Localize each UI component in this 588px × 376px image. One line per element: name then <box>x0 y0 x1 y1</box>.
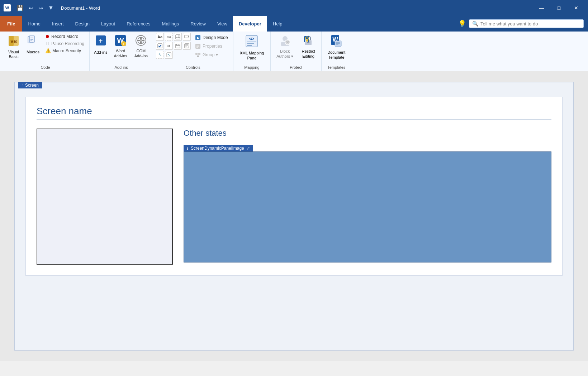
content-frame: Screen name Other states ⫶ ScreenDynamic… <box>25 97 563 276</box>
group-label: Group ▾ <box>203 52 218 57</box>
svg-point-20 <box>179 35 180 37</box>
record-macro-button[interactable]: ⏺ Record Macro <box>43 33 86 40</box>
menu-item-mailings[interactable]: Mailings <box>156 16 185 32</box>
panel-image-box <box>184 151 551 262</box>
search-icon: 🔍 <box>472 21 478 26</box>
ctrl-tools-icon[interactable]: 🔧 <box>165 51 173 59</box>
record-macro-label: Record Macro <box>51 34 78 39</box>
ctrl-legacy-icon[interactable]: 🔧 <box>156 51 164 59</box>
states-divider <box>184 141 551 141</box>
properties-label: Properties <box>203 44 222 49</box>
menu-item-review[interactable]: Review <box>185 16 212 32</box>
block-authors-button[interactable]: BlockAuthors ▾ <box>274 33 296 60</box>
svg-rect-65 <box>336 44 338 45</box>
code-small-buttons: ⏺ Record Macro ⏸ Pause Recording ⚠️ Macr… <box>43 33 86 54</box>
restrict-editing-label: RestrictEditing <box>302 49 315 59</box>
minimize-button[interactable]: — <box>534 3 550 13</box>
menu-item-home[interactable]: Home <box>22 16 46 32</box>
menu-item-developer[interactable]: Developer <box>233 16 267 32</box>
visual-basic-button[interactable]: VB VisualBasic <box>4 33 23 60</box>
svg-rect-63 <box>336 42 340 43</box>
visual-basic-label: VisualBasic <box>8 50 19 59</box>
group-button[interactable]: Group ▾ <box>193 51 230 59</box>
pause-recording-icon: ⏸ <box>45 41 50 46</box>
svg-rect-23 <box>158 44 162 48</box>
ribbon-group-protect: BlockAuthors ▾ W RestrictEdi <box>271 32 322 71</box>
addins-button[interactable]: + Add-ins <box>93 33 109 56</box>
close-button[interactable]: ✕ <box>568 3 584 13</box>
title-bar: W 💾 ↩ ↪ ▼ Document1 - Word — □ ✕ <box>0 0 588 16</box>
ctrl-combo-icon[interactable]: ≡▾ <box>165 42 173 50</box>
xml-mapping-label: XML MappingPane <box>240 50 264 61</box>
pause-recording-button[interactable]: ⏸ Pause Recording <box>43 40 86 47</box>
code-group-label: Code <box>4 64 86 71</box>
svg-rect-47 <box>247 43 254 44</box>
document-title: Document1 - Word <box>61 5 100 11</box>
svg-rect-64 <box>336 43 340 44</box>
design-mode-icon: ▶ <box>195 35 201 40</box>
ctrl-dropdown-icon[interactable] <box>183 33 191 41</box>
save-button[interactable]: 💾 <box>15 4 25 12</box>
addins-group-label: Add-ins <box>93 64 150 71</box>
ribbon-group-code: VB VisualBasic Macros <box>1 32 90 71</box>
menu-item-help[interactable]: Help <box>267 16 288 32</box>
ctrl-date-icon[interactable] <box>174 42 182 50</box>
restrict-editing-button[interactable]: W RestrictEditing <box>298 33 318 60</box>
panel-tag-label: ScreenDynamicPanelImage <box>191 146 244 151</box>
svg-rect-41 <box>195 53 198 55</box>
svg-rect-42 <box>198 53 200 55</box>
document-template-button[interactable]: W DocumentTemplate <box>324 33 348 62</box>
customize-qat-button[interactable]: ▼ <box>47 4 55 12</box>
controls-row3: 🔧 🔧 <box>156 51 191 59</box>
ctrl-text2-icon[interactable]: Aa <box>165 33 173 41</box>
com-addins-button[interactable]: COMAdd-ins <box>132 33 150 60</box>
svg-rect-19 <box>176 35 180 39</box>
macros-label: Macros <box>27 50 39 54</box>
controls-icons-area: Aa Aa ≡▾ <box>156 33 191 59</box>
document-page: Screen Screen name Other states ⫶ Screen… <box>14 82 574 351</box>
maximize-button[interactable]: □ <box>551 3 567 13</box>
block-authors-icon <box>279 34 291 48</box>
properties-button[interactable]: Properties <box>193 42 230 50</box>
menu-item-layout[interactable]: Layout <box>95 16 121 32</box>
addins-label: Add-ins <box>94 50 107 55</box>
menu-item-references[interactable]: References <box>121 16 156 32</box>
controls-group-content: Aa Aa ≡▾ <box>156 33 230 64</box>
ctrl-text-icon[interactable]: Aa <box>156 33 164 41</box>
svg-text:🔧: 🔧 <box>167 53 171 57</box>
redo-button[interactable]: ↪ <box>37 4 44 12</box>
menu-item-view[interactable]: View <box>212 16 233 32</box>
screen-title: Screen name <box>37 106 551 117</box>
menu-item-file[interactable]: File <box>0 16 22 32</box>
ctrl-list-icon[interactable] <box>183 42 191 50</box>
ribbon-group-addins: + Add-ins W + WordAdd-ins <box>90 32 153 71</box>
xml-mapping-icon: </> <box>245 34 259 49</box>
screen-tag-label: Screen <box>25 83 39 88</box>
svg-text:VB: VB <box>10 39 17 44</box>
visual-basic-icon: VB <box>8 35 19 49</box>
ctrl-checkbox-icon[interactable] <box>156 42 164 50</box>
macros-icon <box>27 35 39 49</box>
design-mode-button[interactable]: ▶ Design Mode <box>193 34 230 42</box>
quick-access-toolbar: 💾 ↩ ↪ ▼ <box>15 4 55 12</box>
title-divider <box>37 120 551 120</box>
content-columns: Other states ⫶ ScreenDynamicPanelImage ⤢ <box>37 129 551 265</box>
panel-tag-icon: ⫶ <box>186 146 189 151</box>
word-addins-button[interactable]: W + WordAdd-ins <box>112 33 129 60</box>
undo-button[interactable]: ↩ <box>27 4 35 12</box>
ribbon-group-controls: Aa Aa ≡▾ <box>153 32 233 71</box>
design-mode-label: Design Mode <box>203 35 228 40</box>
xml-mapping-pane-button[interactable]: </> XML MappingPane <box>236 33 267 62</box>
search-input[interactable] <box>480 21 580 26</box>
ctrl-image-icon[interactable] <box>174 33 182 41</box>
mapping-group-label: Mapping <box>236 64 267 71</box>
templates-group-label: Templates <box>324 64 348 71</box>
macros-button[interactable]: Macros <box>24 33 42 55</box>
svg-text:▶: ▶ <box>197 36 200 40</box>
menu-item-insert[interactable]: Insert <box>46 16 70 32</box>
menu-item-design[interactable]: Design <box>70 16 95 32</box>
svg-text:+: + <box>99 37 103 44</box>
macro-security-button[interactable]: ⚠️ Macro Security <box>43 47 86 54</box>
search-box[interactable]: 🔍 <box>469 19 584 28</box>
window-controls: — □ ✕ <box>534 3 584 13</box>
